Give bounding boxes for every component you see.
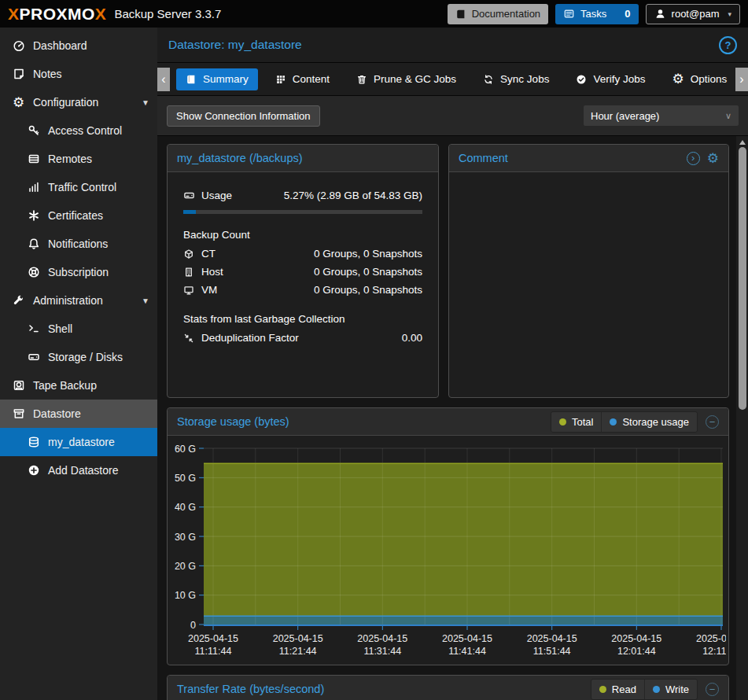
summary-toolbar: Show Connection Information Hour (averag… bbox=[157, 96, 748, 136]
dedup-value: 0.00 bbox=[402, 332, 422, 344]
legend-label: Storage usage bbox=[622, 416, 689, 428]
transfer-legend-read[interactable]: Read bbox=[591, 680, 644, 699]
remotes-icon bbox=[26, 153, 41, 165]
sidebar-item-storage-disks[interactable]: Storage / Disks bbox=[0, 343, 157, 371]
hdd-icon bbox=[183, 190, 201, 201]
storage-legend-total[interactable]: Total bbox=[551, 412, 601, 432]
host-icon bbox=[183, 267, 201, 278]
proxmox-logo: XPROXMOX bbox=[8, 5, 106, 24]
panel-header: Storage usage (bytes) TotalStorage usage… bbox=[168, 408, 728, 436]
panel-header: Comment › ⚙ bbox=[449, 145, 728, 172]
user-menu-button[interactable]: root@pam ▾ bbox=[646, 4, 740, 24]
svg-text:0: 0 bbox=[190, 620, 196, 631]
bell-icon bbox=[26, 238, 41, 250]
chevron-down-icon: ∨ bbox=[725, 111, 731, 121]
svg-text:2025-04-15: 2025-04-15 bbox=[611, 633, 661, 644]
tab-content[interactable]: Content bbox=[266, 68, 339, 90]
transfer-legend-write[interactable]: Write bbox=[644, 680, 697, 699]
sidebar-item-access-control[interactable]: Access Control bbox=[0, 116, 157, 145]
chevron-down-icon[interactable]: ▼ bbox=[142, 297, 149, 305]
count-row-value: 0 Groups, 0 Snapshots bbox=[314, 284, 422, 296]
storage-legend: TotalStorage usage bbox=[551, 411, 698, 433]
sidebar-item-certificates[interactable]: Certificates bbox=[0, 201, 157, 230]
dedup-icon bbox=[183, 333, 201, 344]
tab-sync-jobs[interactable]: Sync Jobs bbox=[473, 68, 558, 90]
tab-label: Options bbox=[691, 73, 728, 85]
vm-icon bbox=[183, 285, 201, 296]
dedup-label: Deduplication Factor bbox=[201, 332, 299, 344]
backup-count-row-vm: VM0 Groups, 0 Snapshots bbox=[183, 282, 422, 298]
legend-label: Read bbox=[612, 683, 636, 695]
help-icon[interactable]: ? bbox=[719, 36, 737, 54]
comment-panel: Comment › ⚙ bbox=[448, 144, 729, 398]
panel-title: Storage usage (bytes) bbox=[177, 415, 289, 428]
sidebar-item-label: Remotes bbox=[48, 153, 92, 165]
chevron-down-icon: ▾ bbox=[728, 10, 731, 18]
svg-text:11:41:44: 11:41:44 bbox=[448, 646, 486, 657]
chevron-down-icon[interactable]: ▼ bbox=[142, 98, 149, 107]
sidebar-item-notifications[interactable]: Notifications bbox=[0, 230, 157, 258]
sidebar-item-datastore[interactable]: Datastore bbox=[0, 400, 157, 428]
check-icon bbox=[576, 74, 587, 85]
legend-dot bbox=[653, 686, 660, 693]
tab-verify-jobs[interactable]: Verify Jobs bbox=[566, 68, 654, 90]
app-title: Backup Server 3.3.7 bbox=[114, 7, 221, 20]
body-row: DashboardNotes⚙Configuration▼Access Cont… bbox=[0, 28, 748, 700]
sidebar-item-label: Traffic Control bbox=[48, 181, 116, 193]
transfer-legend: ReadWrite bbox=[591, 679, 698, 700]
sidebar-item-my-datastore[interactable]: my_datastore bbox=[0, 428, 157, 456]
content-scroll-area: my_datastore (/backups) Usage 5.27% (2.8… bbox=[157, 136, 748, 700]
sidebar-item-configuration[interactable]: ⚙Configuration▼ bbox=[0, 88, 157, 116]
sidebar-item-administration[interactable]: Administration▼ bbox=[0, 286, 157, 315]
documentation-button[interactable]: Documentation bbox=[448, 4, 548, 24]
count-row-label: CT bbox=[201, 248, 216, 260]
svg-text:2025-04-15: 2025-04-15 bbox=[188, 633, 238, 644]
sidebar-item-shell[interactable]: Shell bbox=[0, 315, 157, 343]
datastore-summary-panel: my_datastore (/backups) Usage 5.27% (2.8… bbox=[167, 144, 439, 398]
sidebar-item-add-datastore[interactable]: Add Datastore bbox=[0, 456, 157, 484]
show-connection-info-button[interactable]: Show Connection Information bbox=[167, 105, 320, 127]
tab-options[interactable]: ⚙Options bbox=[662, 68, 735, 90]
svg-text:2025-04-15: 2025-04-15 bbox=[273, 633, 323, 644]
sidebar-item-dashboard[interactable]: Dashboard bbox=[0, 31, 157, 60]
scrollbar-thumb[interactable] bbox=[739, 147, 746, 410]
tabs-scroll-right-button[interactable]: › bbox=[735, 68, 748, 91]
tasks-count-badge: 0 bbox=[625, 8, 630, 20]
tabs-scroll-left-button[interactable]: ‹ bbox=[157, 68, 170, 91]
collapse-icon[interactable]: − bbox=[706, 683, 719, 696]
svg-text:12:11:44: 12:11:44 bbox=[702, 646, 726, 657]
tab-prune-gc-jobs[interactable]: Prune & GC Jobs bbox=[347, 68, 466, 90]
vertical-scrollbar[interactable] bbox=[736, 136, 748, 700]
proxmox-backup-app: XPROXMOX Backup Server 3.3.7 Documentati… bbox=[0, 0, 748, 700]
support-icon bbox=[26, 266, 41, 278]
svg-text:12:01:44: 12:01:44 bbox=[617, 646, 656, 657]
sidebar-item-notes[interactable]: Notes bbox=[0, 60, 157, 88]
gear-icon[interactable]: ⚙ bbox=[707, 152, 719, 165]
usage-value: 5.27% (2.89 GB of 54.83 GB) bbox=[284, 190, 422, 201]
count-row-label: Host bbox=[201, 266, 223, 278]
sidebar-item-subscription[interactable]: Subscription bbox=[0, 258, 157, 286]
gc-stats-heading: Stats from last Garbage Collection bbox=[183, 313, 422, 325]
sidebar-item-tape-backup[interactable]: Tape Backup bbox=[0, 371, 157, 400]
tab-summary[interactable]: Summary bbox=[176, 68, 258, 90]
tab-label: Verify Jobs bbox=[593, 73, 645, 85]
storage-usage-chart: 010 G20 G30 G40 G50 G60 G2025-04-1511:11… bbox=[168, 436, 728, 669]
time-range-select[interactable]: Hour (average) ∨ bbox=[584, 105, 739, 126]
sidebar-item-traffic-control[interactable]: Traffic Control bbox=[0, 173, 157, 201]
sidebar-item-label: Certificates bbox=[48, 209, 103, 222]
key-icon bbox=[26, 124, 41, 137]
legend-dot bbox=[599, 686, 606, 693]
sidebar-item-label: Datastore bbox=[33, 407, 81, 420]
storage-legend-storage-usage[interactable]: Storage usage bbox=[601, 412, 697, 432]
sidebar-item-label: my_datastore bbox=[48, 436, 115, 448]
transfer-rate-panel: Transfer Rate (bytes/second) ReadWrite − bbox=[167, 675, 729, 700]
legend-label: Write bbox=[665, 683, 689, 695]
main-content: Datastore: my_datastore ? ‹ SummaryConte… bbox=[157, 28, 748, 700]
tasks-button[interactable]: Tasks 0 bbox=[555, 4, 638, 24]
scroll-up-arrow-icon[interactable] bbox=[739, 140, 746, 145]
svg-text:2025-04-15: 2025-04-15 bbox=[696, 633, 726, 644]
sidebar-item-remotes[interactable]: Remotes bbox=[0, 145, 157, 173]
backup-count-heading: Backup Count bbox=[183, 229, 422, 241]
edit-comment-icon[interactable]: › bbox=[687, 152, 700, 165]
collapse-icon[interactable]: − bbox=[706, 415, 719, 429]
